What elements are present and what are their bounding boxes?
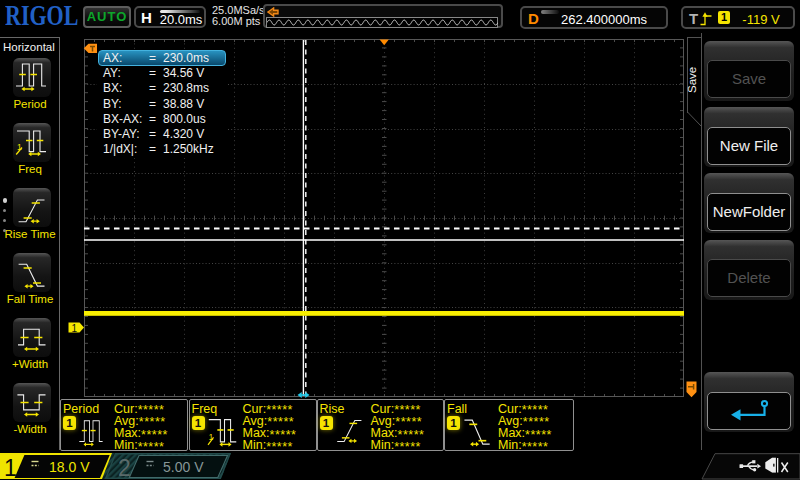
svg-text:2: 2 xyxy=(118,455,131,480)
svg-text:5.00 V: 5.00 V xyxy=(163,459,204,475)
svg-text:1: 1 xyxy=(72,322,78,333)
svg-text:1: 1 xyxy=(4,455,17,480)
svg-text:18.0 V: 18.0 V xyxy=(49,459,90,475)
